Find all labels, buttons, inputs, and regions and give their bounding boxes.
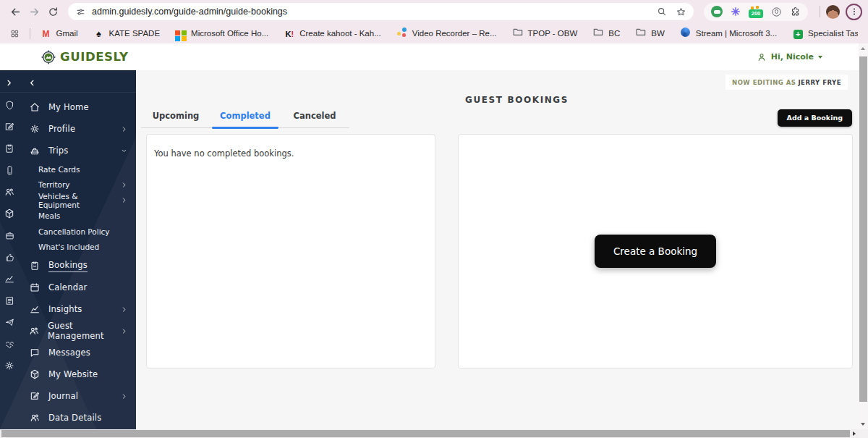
sidebar-subitem-cancellation-policy[interactable]: Cancellation Policy <box>19 224 136 240</box>
sidebar-item-data-details[interactable]: Data Details <box>19 407 136 429</box>
back-button[interactable] <box>6 2 25 21</box>
badge-icon <box>28 260 41 271</box>
sidebar-subitem-what-s-included[interactable]: What's Included <box>19 240 136 256</box>
folder-icon <box>512 26 524 41</box>
bookmark-tpop-obw[interactable]: TPOP - OBW <box>512 26 578 41</box>
bookings-list-panel: You have no completed bookings. <box>146 134 435 368</box>
bookmark-microsoft-office-ho[interactable]: Microsoft Office Ho... <box>175 25 268 42</box>
sidebar-subitem-vehicles-equipment[interactable]: Vehicles & Equipment <box>19 193 136 209</box>
sidebar-item-trips[interactable]: Trips <box>19 140 136 161</box>
kahoot-icon: K! <box>284 27 295 40</box>
vertical-scrollbar-thumb[interactable] <box>859 56 867 402</box>
tab-completed[interactable]: Completed <box>210 107 280 127</box>
sidebar-item-insights[interactable]: Insights <box>19 298 136 320</box>
browser-menu-button[interactable] <box>846 4 862 20</box>
sidebar-item-profile[interactable]: Profile <box>19 118 136 140</box>
reload-button[interactable] <box>43 2 62 21</box>
add-booking-button[interactable]: Add a Booking <box>778 109 852 127</box>
calendar-icon <box>28 282 41 293</box>
chevron-right-icon <box>121 328 127 334</box>
bookmarks-list: MGmail♠KATE SPADEMicrosoft Office Ho...K… <box>41 25 858 42</box>
vertical-scrollbar[interactable] <box>859 43 868 429</box>
sidebar-item-journal[interactable]: Journal <box>19 385 136 407</box>
users-icon <box>28 412 41 424</box>
profile-avatar[interactable] <box>826 5 840 19</box>
scroll-right-arrow-icon[interactable] <box>853 431 856 436</box>
brand-name: GUIDESLY <box>60 50 129 64</box>
bookmark-specialist-task-track[interactable]: +Specialist Task Track... <box>792 27 858 41</box>
coupon-extension-icon[interactable]: 200 <box>749 6 763 18</box>
chevron-right-icon <box>5 79 13 87</box>
compass-logo-icon <box>41 49 56 65</box>
bookmark-create-kahoot-kah[interactable]: K!Create kahoot - Kah... <box>284 27 381 40</box>
address-bar[interactable]: admin.guidesly.com/guide-admin/guide-boo… <box>68 3 694 20</box>
chevron-right-icon <box>121 306 127 313</box>
browser-chrome: admin.guidesly.com/guide-admin/guide-boo… <box>0 0 868 43</box>
person-icon <box>757 52 767 62</box>
sidebar-icon-rail <box>0 94 19 376</box>
sidebar-subitem-rate-cards[interactable]: Rate Cards <box>19 161 136 177</box>
folder-icon <box>635 26 647 41</box>
horizontal-scrollbar[interactable] <box>0 429 859 438</box>
extension-badge: 200 <box>749 9 763 18</box>
home-icon <box>28 101 41 113</box>
apps-grid-icon[interactable] <box>10 28 20 39</box>
horizontal-scrollbar-thumb[interactable] <box>1 430 850 437</box>
sidebar-item-bookings[interactable]: Bookings <box>19 255 136 277</box>
app-header: GUIDESLY Hi, Nicole <box>0 43 859 71</box>
asterisk-extension-icon[interactable] <box>731 7 741 17</box>
user-menu[interactable]: Hi, Nicole <box>757 52 822 62</box>
bot-extension-icon[interactable] <box>711 6 723 17</box>
browser-window: admin.guidesly.com/guide-admin/guide-boo… <box>0 0 868 438</box>
chart-icon <box>28 303 41 315</box>
sidebar-item-messages[interactable]: Messages <box>19 342 136 363</box>
document-icon <box>4 290 15 311</box>
sidebar-item-my-website[interactable]: My Website <box>19 363 136 385</box>
gear-icon <box>4 355 15 376</box>
reload-icon <box>48 7 59 17</box>
sidebar-menu: My HomeProfileTripsRate CardsTerritoryVe… <box>19 96 136 429</box>
package-icon <box>28 368 41 380</box>
bookmark-bc[interactable]: BC <box>592 26 620 41</box>
users-icon <box>4 181 15 203</box>
site-settings-icon[interactable] <box>75 7 86 17</box>
sidebar-subitem-territory[interactable]: Territory <box>19 177 136 193</box>
bookmark-stream-microsoft-3[interactable]: Stream | Microsoft 3... <box>680 27 777 41</box>
url-text[interactable]: admin.guidesly.com/guide-admin/guide-boo… <box>92 7 651 17</box>
chat-icon <box>28 347 41 358</box>
bookmark-gmail[interactable]: MGmail <box>41 27 78 40</box>
badge-icon <box>4 138 15 159</box>
now-editing-prefix: NOW EDITING AS <box>732 79 796 86</box>
bookmark-video-recorder-re[interactable]: Video Recorder – Re... <box>396 26 497 41</box>
sidebar-item-my-home[interactable]: My Home <box>19 96 136 118</box>
package-icon <box>4 203 15 224</box>
chart-icon <box>4 268 15 290</box>
edit-icon <box>4 116 15 138</box>
extensions-puzzle-icon[interactable] <box>790 7 801 17</box>
sidebar-collapse-row <box>0 70 136 93</box>
sidebar-subitem-meals[interactable]: Meals <box>19 209 136 224</box>
extensions-pill: 200 <box>704 3 808 21</box>
sidebar-item-calendar[interactable]: Calendar <box>19 277 136 298</box>
tab-canceled[interactable]: Canceled <box>280 107 349 127</box>
expand-rail-button[interactable] <box>5 76 13 90</box>
sidebar: My HomeProfileTripsRate CardsTerritoryVe… <box>0 70 136 429</box>
phone-icon <box>4 159 15 181</box>
forward-button[interactable] <box>25 2 43 21</box>
edit-icon <box>28 390 41 402</box>
location-pin-extension-icon[interactable] <box>771 7 782 17</box>
tab-upcoming[interactable]: Upcoming <box>141 107 210 127</box>
now-editing-name: JERRY FRYE <box>798 79 841 86</box>
collapse-sidebar-button[interactable] <box>28 76 36 90</box>
zoom-icon[interactable] <box>657 7 667 17</box>
scroll-up-arrow-icon[interactable] <box>861 47 865 50</box>
browser-toolbar: admin.guidesly.com/guide-admin/guide-boo… <box>0 0 868 23</box>
bookmark-bw[interactable]: BW <box>635 26 665 41</box>
guidesly-logo[interactable]: GUIDESLY <box>41 49 129 65</box>
sidebar-item-guest-management[interactable]: Guest Management <box>19 320 136 342</box>
bookmark-kate-spade[interactable]: ♠KATE SPADE <box>93 27 161 40</box>
bookings-tabs: UpcomingCompletedCanceled <box>141 107 349 128</box>
bookmark-star-icon[interactable] <box>676 7 686 17</box>
create-booking-button[interactable]: Create a Booking <box>595 235 716 268</box>
scroll-down-arrow-icon[interactable] <box>861 423 865 426</box>
